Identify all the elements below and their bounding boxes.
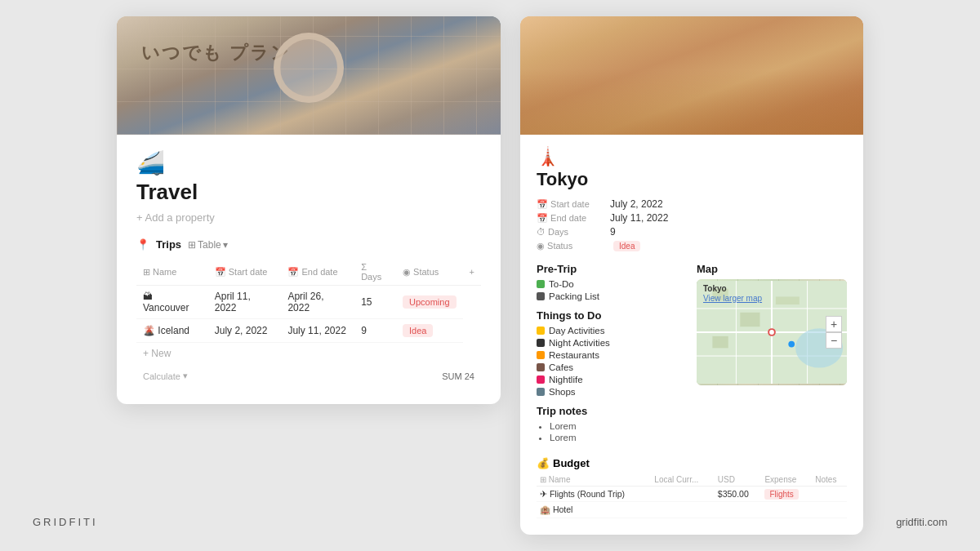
- cafes-icon: [537, 363, 545, 371]
- trips-pin-icon: 📍: [136, 238, 149, 251]
- col-end-date: 📅 End date: [281, 259, 354, 286]
- calculate-label: Calculate: [143, 371, 180, 381]
- meta-val-start: July 2, 2022: [610, 198, 663, 210]
- budget-row-notes: [812, 502, 847, 518]
- budget-row-usd: $350.00: [715, 487, 762, 502]
- trips-table-header-row: ⊞ Name 📅 Start date 📅 End date Σ Days ◉ …: [136, 259, 481, 286]
- add-property-button[interactable]: + Add a property: [136, 211, 481, 224]
- pre-trip-todo[interactable]: To-Do: [537, 279, 687, 289]
- two-col-section: Pre-Trip To-Do Packing List Things to Do: [537, 263, 847, 451]
- travel-title: Travel: [136, 180, 481, 205]
- tokyo-card: 🗼 Tokyo 📅 Start date July 2, 2022 📅 End …: [520, 16, 863, 535]
- row-name: 🌋 Iceland: [136, 319, 208, 343]
- pre-trip-title: Pre-Trip: [537, 263, 687, 275]
- shops-item[interactable]: Shops: [537, 387, 687, 397]
- map-controls: + −: [826, 316, 842, 349]
- budget-row-expense: Flights: [761, 487, 812, 502]
- todo-dot-icon: [537, 280, 545, 288]
- chevron-down-icon: ▾: [183, 371, 188, 381]
- map-title: Map: [697, 263, 847, 275]
- packing-dot-icon: [537, 292, 545, 300]
- scene: 🚄 Travel + Add a property 📍 Trips ⊞ Tabl…: [117, 16, 863, 535]
- nightlife-item[interactable]: Nightlife: [537, 375, 687, 384]
- night-act-label: Night Activities: [549, 338, 610, 348]
- sum-display: SUM 24: [442, 371, 474, 381]
- row-end: April 26, 2022: [281, 286, 354, 319]
- col-add[interactable]: +: [463, 259, 481, 286]
- budget-emoji: 💰: [537, 457, 550, 469]
- table-label: Table: [198, 239, 221, 251]
- meta-key-end: 📅 End date: [537, 213, 610, 224]
- col-start-date: 📅 Start date: [208, 259, 282, 286]
- night-act-icon: [537, 339, 545, 347]
- budget-col-expense: Expense: [761, 473, 812, 487]
- budget-row-name: ✈ Flights (Round Trip): [537, 487, 651, 502]
- trips-table: ⊞ Name 📅 Start date 📅 End date Σ Days ◉ …: [136, 259, 481, 343]
- restaurants-item[interactable]: Restaurants: [537, 350, 687, 360]
- budget-header-row: ⊞ Name Local Curr... USD Expense Notes: [537, 473, 847, 487]
- shops-label: Shops: [549, 387, 576, 397]
- trip-notes-section: Trip notes Lorem Lorem: [537, 405, 687, 442]
- budget-col-usd: USD: [715, 473, 762, 487]
- col-status: ◉ Status: [396, 259, 463, 286]
- meta-key-days: ⏱ Days: [537, 227, 610, 237]
- row-end: July 11, 2022: [281, 319, 354, 343]
- row-status: Upcoming: [396, 286, 463, 319]
- row-status: Idea: [396, 319, 463, 343]
- night-activities-item[interactable]: Night Activities: [537, 338, 687, 348]
- new-row-button[interactable]: + New: [136, 343, 481, 364]
- cafes-item[interactable]: Cafes: [537, 362, 687, 372]
- pre-trip-section: Pre-Trip To-Do Packing List: [537, 263, 687, 301]
- budget-col-local: Local Curr...: [651, 473, 715, 487]
- trips-label: Trips: [156, 238, 181, 251]
- meta-val-status: Idea: [610, 240, 640, 251]
- calculate-button[interactable]: Calculate ▾: [143, 371, 188, 381]
- meta-val-end: July 11, 2022: [610, 212, 668, 224]
- restaurants-label: Restaurants: [549, 350, 599, 360]
- meta-status: ◉ Status Idea: [537, 240, 847, 251]
- map-box: Tokyo View larger map + −: [697, 279, 847, 385]
- meta-key-status: ◉ Status: [537, 241, 610, 251]
- calendar-end-icon: 📅: [287, 267, 301, 277]
- meta-days: ⏱ Days 9: [537, 226, 847, 238]
- svg-rect-11: [712, 336, 728, 349]
- todo-label: To-Do: [549, 279, 574, 289]
- day-act-icon: [537, 327, 545, 335]
- trip-notes-list: Lorem Lorem: [537, 421, 687, 442]
- day-act-label: Day Activities: [549, 326, 604, 335]
- travel-card: 🚄 Travel + Add a property 📍 Trips ⊞ Tabl…: [117, 16, 501, 404]
- table-view-toggle[interactable]: ⊞ Table ▾: [188, 239, 228, 251]
- budget-row-notes: [812, 487, 847, 502]
- nightlife-icon: [537, 375, 545, 384]
- map-zoom-out-button[interactable]: −: [826, 332, 842, 349]
- branding-left: GRIDFITI: [33, 516, 98, 528]
- banner-japan-art: [117, 16, 501, 135]
- trip-notes-title: Trip notes: [537, 405, 687, 417]
- map-section: Map: [697, 263, 847, 451]
- svg-point-13: [769, 330, 774, 335]
- travel-banner: [117, 16, 501, 135]
- day-activities-item[interactable]: Day Activities: [537, 326, 687, 335]
- budget-row-expense: [761, 502, 812, 518]
- map-larger-link[interactable]: View larger map: [703, 294, 762, 303]
- nightlife-label: Nightlife: [549, 375, 583, 384]
- status-badge-idea: Idea: [403, 324, 433, 337]
- map-city-label: Tokyo: [703, 284, 727, 293]
- left-sections: Pre-Trip To-Do Packing List Things to Do: [537, 263, 687, 451]
- calendar-icon: 📅: [215, 267, 229, 277]
- tokyo-card-body: 🗼 Tokyo 📅 Start date July 2, 2022 📅 End …: [520, 135, 863, 535]
- map-zoom-in-button[interactable]: +: [826, 316, 842, 332]
- col-name: ⊞ Name: [136, 259, 208, 286]
- row-name: 🏔 Vancouver: [136, 286, 208, 319]
- shops-icon: [537, 388, 545, 396]
- meta-key-start: 📅 Start date: [537, 199, 610, 210]
- pre-trip-packing[interactable]: Packing List: [537, 291, 687, 301]
- name-col-icon: ⊞: [143, 267, 153, 277]
- banner-tokyo-art: [520, 16, 863, 135]
- meta-start-date: 📅 Start date July 2, 2022: [537, 198, 847, 210]
- branding-right: gridfiti.com: [896, 516, 947, 528]
- tokyo-emoji: 🗼: [537, 146, 847, 167]
- budget-row: ✈ Flights (Round Trip) $350.00 Flights: [537, 487, 847, 502]
- travel-card-body: 🚄 Travel + Add a property 📍 Trips ⊞ Tabl…: [117, 135, 501, 404]
- budget-col-name: ⊞ Name: [537, 473, 651, 487]
